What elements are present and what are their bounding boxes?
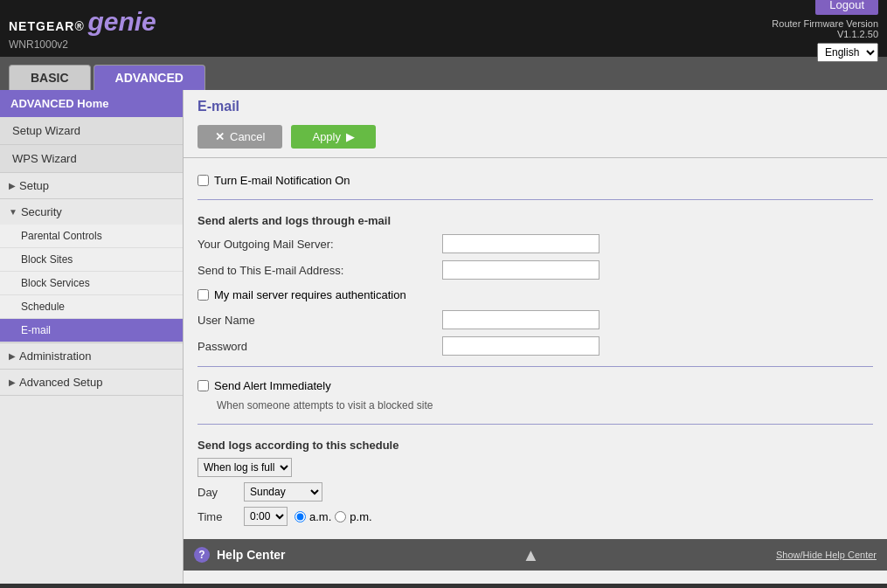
apply-arrow-icon: ▶ xyxy=(346,130,355,143)
mail-auth-label: My mail server requires authentication xyxy=(214,288,406,301)
pm-radio[interactable] xyxy=(335,511,346,522)
divider-1 xyxy=(197,199,873,200)
divider-3 xyxy=(197,424,873,425)
sidebar-item-advanced-home[interactable]: ADVANCED Home xyxy=(0,90,183,117)
mail-auth-row: My mail server requires authentication xyxy=(197,283,873,307)
outgoing-mail-server-row: Your Outgoing Mail Server: xyxy=(197,231,873,257)
header: NETGEAR® genie WNR1000v2 Logout Router F… xyxy=(0,0,887,57)
tab-basic[interactable]: BASIC xyxy=(9,65,91,90)
sidebar-item-schedule[interactable]: Schedule xyxy=(0,295,183,319)
netgear-logo: NETGEAR® xyxy=(9,19,85,33)
form-area: Turn E-mail Notification On Send alerts … xyxy=(184,158,887,539)
turn-email-checkbox[interactable] xyxy=(197,175,209,186)
cancel-label: Cancel xyxy=(230,130,265,143)
divider-2 xyxy=(197,366,873,367)
header-right: Logout Router Firmware Version V1.1.2.50… xyxy=(772,0,878,62)
password-label: Password xyxy=(197,340,442,353)
help-center-title: Help Center xyxy=(217,548,286,562)
main-layout: ADVANCED Home Setup Wizard WPS Wizard ▶ … xyxy=(0,90,887,584)
help-center-bar: ? Help Center ▲ Show/Hide Help Center xyxy=(184,539,887,571)
sidebar-item-email[interactable]: E-mail xyxy=(0,319,183,342)
day-select[interactable]: Sunday Monday Tuesday Wednesday Thursday… xyxy=(244,482,322,502)
footer: HELP & SUPPORT Documentation | Online Su… xyxy=(0,584,887,588)
sidebar-section-security: ▼ Security Parental Controls Block Sites… xyxy=(0,199,183,343)
sidebar-item-wps-wizard[interactable]: WPS Wizard xyxy=(0,145,183,173)
apply-label: Apply xyxy=(312,130,341,143)
tab-advanced[interactable]: ADVANCED xyxy=(94,65,205,90)
language-select[interactable]: English xyxy=(817,43,878,62)
send-to-email-row: Send to This E-mail Address: xyxy=(197,257,873,283)
day-row: Day Sunday Monday Tuesday Wednesday Thur… xyxy=(197,480,873,504)
schedule-select-row: When log is full Hourly Daily Weekly Non… xyxy=(197,455,873,480)
sidebar-section-advanced-setup-header[interactable]: ▶ Advanced Setup xyxy=(0,370,183,395)
apply-button[interactable]: Apply ▶ xyxy=(291,125,376,149)
sidebar-section-advanced-setup: ▶ Advanced Setup xyxy=(0,370,183,396)
turn-email-label: Turn E-mail Notification On xyxy=(214,174,350,187)
cancel-x-icon: ✕ xyxy=(215,130,225,143)
sidebar-section-security-label: Security xyxy=(21,205,62,218)
mail-auth-checkbox[interactable] xyxy=(197,289,209,301)
nav-tabs: BASIC ADVANCED xyxy=(0,57,887,90)
username-label: User Name xyxy=(197,314,442,327)
password-input[interactable] xyxy=(442,336,599,356)
send-alert-immediately-row: Send Alert Immediately xyxy=(197,374,873,398)
triangle-down-icon: ▼ xyxy=(9,207,17,217)
outgoing-mail-server-input[interactable] xyxy=(442,234,599,253)
username-row: User Name xyxy=(197,307,873,333)
logo: NETGEAR® genie WNR1000v2 xyxy=(9,7,156,51)
password-row: Password xyxy=(197,333,873,359)
day-label: Day xyxy=(197,486,237,499)
content-area: E-mail ✕ Cancel Apply ▶ Turn E-mail Noti… xyxy=(184,90,887,584)
sidebar-item-block-sites[interactable]: Block Sites xyxy=(0,248,183,272)
genie-logo: genie xyxy=(87,7,156,36)
send-alert-sub-text: When someone attempts to visit a blocked… xyxy=(197,398,873,417)
triangle-icon: ▶ xyxy=(9,181,16,190)
outgoing-mail-server-label: Your Outgoing Mail Server: xyxy=(197,238,442,251)
logout-button[interactable]: Logout xyxy=(815,0,878,15)
send-to-email-input[interactable] xyxy=(442,260,599,280)
sidebar: ADVANCED Home Setup Wizard WPS Wizard ▶ … xyxy=(0,90,184,584)
sidebar-section-administration-label: Administration xyxy=(19,349,91,363)
schedule-frequency-select[interactable]: When log is full Hourly Daily Weekly Non… xyxy=(197,458,292,477)
model-number: WNR1000v2 xyxy=(9,38,156,51)
username-input[interactable] xyxy=(442,310,599,329)
time-select[interactable]: 0:00 1:00 2:00 3:00 xyxy=(244,507,288,526)
sidebar-item-block-services[interactable]: Block Services xyxy=(0,272,183,295)
sidebar-section-setup-label: Setup xyxy=(19,179,49,192)
time-row: Time 0:00 1:00 2:00 3:00 a.m. p.m. xyxy=(197,504,873,529)
help-icon: ? xyxy=(194,547,210,563)
page-title: E-mail xyxy=(184,90,887,120)
send-to-email-label: Send to This E-mail Address: xyxy=(197,264,442,277)
show-hide-help-link[interactable]: Show/Hide Help Center xyxy=(776,550,877,560)
firmware-info: Router Firmware Version V1.1.2.50 xyxy=(772,18,878,39)
sidebar-section-administration-header[interactable]: ▶ Administration xyxy=(0,343,183,369)
am-pm-group: a.m. p.m. xyxy=(295,510,372,523)
sidebar-section-setup: ▶ Setup xyxy=(0,173,183,199)
sidebar-section-administration: ▶ Administration xyxy=(0,343,183,370)
send-alert-immediately-checkbox[interactable] xyxy=(197,380,209,391)
triangle-right2-icon: ▶ xyxy=(9,377,16,387)
pm-label: p.m. xyxy=(350,510,371,523)
cancel-button[interactable]: ✕ Cancel xyxy=(197,125,282,149)
email-notification-row: Turn E-mail Notification On xyxy=(197,169,873,192)
time-label: Time xyxy=(197,510,237,523)
send-alert-immediately-label: Send Alert Immediately xyxy=(214,379,331,392)
toolbar: ✕ Cancel Apply ▶ xyxy=(184,120,887,158)
help-collapse-icon[interactable]: ▲ xyxy=(522,545,539,565)
am-label: a.m. xyxy=(309,510,331,523)
send-logs-schedule-label: Send logs according to this schedule xyxy=(197,432,873,455)
sidebar-item-setup-wizard[interactable]: Setup Wizard xyxy=(0,117,183,145)
sidebar-section-setup-header[interactable]: ▶ Setup xyxy=(0,173,183,198)
help-center-left: ? Help Center xyxy=(194,547,286,563)
sidebar-section-advanced-setup-label: Advanced Setup xyxy=(19,376,102,389)
sidebar-section-security-header[interactable]: ▼ Security xyxy=(0,199,183,225)
triangle-right-icon: ▶ xyxy=(9,351,16,361)
send-alerts-section-label: Send alerts and logs through e-mail xyxy=(197,207,873,231)
logo-area: NETGEAR® genie WNR1000v2 xyxy=(9,7,156,51)
am-radio[interactable] xyxy=(295,511,306,522)
sidebar-item-parental-controls[interactable]: Parental Controls xyxy=(0,225,183,248)
